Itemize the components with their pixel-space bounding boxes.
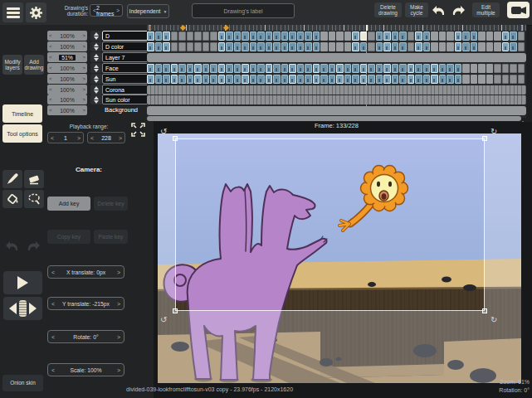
frame-cell[interactable]: [360, 32, 368, 41]
layer-opacity-stepper[interactable]: <100%>: [47, 74, 87, 84]
frame-cell[interactable]: [329, 75, 336, 84]
brush-tool-button[interactable]: [2, 170, 22, 188]
decrement-chevron[interactable]: <: [49, 44, 52, 49]
frame-cell[interactable]: [399, 64, 407, 73]
frame-cell[interactable]: [431, 64, 438, 73]
timeline-track[interactable]: [147, 53, 526, 62]
frame-cell[interactable]: [392, 75, 399, 84]
frame-cell[interactable]: [178, 32, 186, 41]
move-layer-up-icon[interactable]: [94, 75, 99, 79]
frame-cell[interactable]: [423, 42, 431, 51]
frame-cell[interactable]: [257, 64, 265, 73]
frame-cell[interactable]: [502, 32, 510, 41]
frame-cell[interactable]: [510, 64, 517, 73]
layer-opacity-stepper[interactable]: <51%>: [47, 52, 87, 62]
layer-name[interactable]: Background: [102, 105, 149, 115]
frame-cell[interactable]: [415, 32, 422, 41]
edit-multiple-button[interactable]: Edit multiple: [472, 2, 500, 17]
redo-button-sidebar[interactable]: [25, 239, 41, 252]
frame-cell[interactable]: [203, 42, 210, 51]
frame-cell[interactable]: [431, 42, 438, 51]
layer-opacity-stepper[interactable]: <100%>: [47, 85, 87, 95]
undo-button[interactable]: [431, 3, 447, 17]
frame-cell[interactable]: [360, 64, 368, 73]
move-layer-up-icon[interactable]: [94, 32, 99, 36]
increment-chevron[interactable]: >: [82, 76, 85, 81]
frame-cell[interactable]: [431, 75, 438, 84]
move-layer-up-icon[interactable]: [94, 86, 99, 90]
frame-cell[interactable]: [178, 42, 186, 51]
decrement-chevron[interactable]: <: [49, 66, 52, 70]
frame-cell[interactable]: [478, 42, 486, 51]
layer-reorder-control[interactable]: [90, 31, 102, 41]
camera-x-translate-stepper[interactable]: < X translate: 0px >: [47, 265, 124, 279]
frame-cell[interactable]: [408, 32, 415, 41]
frame-cell[interactable]: [502, 75, 510, 84]
menu-button[interactable]: [2, 2, 23, 22]
frame-cell[interactable]: [171, 32, 178, 41]
frame-cell[interactable]: [297, 64, 305, 73]
frame-cell[interactable]: [226, 64, 233, 73]
frame-cell[interactable]: [289, 75, 296, 84]
frame-cell[interactable]: [478, 32, 486, 41]
frame-cell[interactable]: [408, 64, 415, 73]
layer-opacity-stepper[interactable]: <100%>: [47, 63, 87, 73]
frame-cell[interactable]: [171, 75, 178, 84]
frame-cell[interactable]: [502, 64, 510, 73]
frame-cell[interactable]: [518, 42, 525, 51]
frame-cell[interactable]: [218, 64, 226, 73]
move-layer-up-icon[interactable]: [94, 43, 99, 46]
layer-name[interactable]: D color: [102, 41, 149, 51]
frame-cell[interactable]: [447, 64, 454, 73]
layer-name[interactable]: Sun color: [102, 95, 149, 104]
frame-cell[interactable]: [415, 64, 422, 73]
frame-cell[interactable]: [305, 75, 312, 84]
frame-cell[interactable]: [281, 32, 289, 41]
decrement-chevron[interactable]: <: [49, 33, 52, 38]
fullscreen-button[interactable]: [131, 123, 145, 137]
frame-cell[interactable]: [471, 75, 478, 84]
increment-chevron[interactable]: >: [82, 108, 85, 113]
frame-cell[interactable]: [289, 32, 296, 41]
frame-cell[interactable]: [376, 32, 383, 41]
paste-key-button[interactable]: Paste key: [94, 230, 128, 244]
frame-cell[interactable]: [281, 42, 289, 51]
frame-cell[interactable]: [368, 75, 375, 84]
increment-chevron[interactable]: >: [117, 301, 120, 307]
previous-frame-icon[interactable]: [9, 303, 17, 314]
frame-cell[interactable]: [439, 64, 447, 73]
drawing-label-input[interactable]: Drawing's label: [192, 3, 295, 18]
camera-frame-handle[interactable]: [173, 308, 178, 313]
frame-cell[interactable]: [510, 75, 517, 84]
frame-cell[interactable]: [439, 32, 447, 41]
frame-cell[interactable]: [266, 42, 273, 51]
increment-chevron[interactable]: >: [82, 44, 85, 49]
frame-cell[interactable]: [210, 75, 217, 84]
frame-cell[interactable]: [273, 64, 281, 73]
add-key-button[interactable]: Add key: [47, 197, 90, 211]
frame-cell[interactable]: [250, 75, 257, 84]
frame-cell[interactable]: [447, 75, 454, 84]
move-layer-down-icon[interactable]: [94, 47, 99, 51]
move-layer-down-icon[interactable]: [94, 69, 99, 72]
timeline-horizontal-scrollbar[interactable]: [147, 116, 521, 121]
frame-cell[interactable]: [518, 32, 525, 41]
frame-cell[interactable]: [194, 42, 202, 51]
timeline-track[interactable]: [147, 31, 526, 41]
decrement-chevron[interactable]: <: [49, 108, 52, 113]
drawing-duration-stepper[interactable]: < 2 frames >: [90, 4, 123, 17]
frame-cell[interactable]: [471, 64, 478, 73]
frame-cell[interactable]: [518, 64, 525, 73]
frame-cell[interactable]: [163, 75, 170, 84]
frame-cell[interactable]: [242, 32, 249, 41]
frame-cell[interactable]: [329, 42, 336, 51]
fill-bucket-tool-button[interactable]: [2, 190, 22, 208]
frame-cell[interactable]: [344, 32, 352, 41]
frame-cell[interactable]: [313, 32, 320, 41]
layer-opacity-stepper[interactable]: <100%>: [47, 41, 87, 51]
frame-cell[interactable]: [226, 42, 233, 51]
frame-cell[interactable]: [447, 42, 454, 51]
frame-cell[interactable]: [329, 64, 336, 73]
move-layer-down-icon[interactable]: [94, 90, 99, 94]
layer-reorder-control[interactable]: [90, 52, 102, 62]
